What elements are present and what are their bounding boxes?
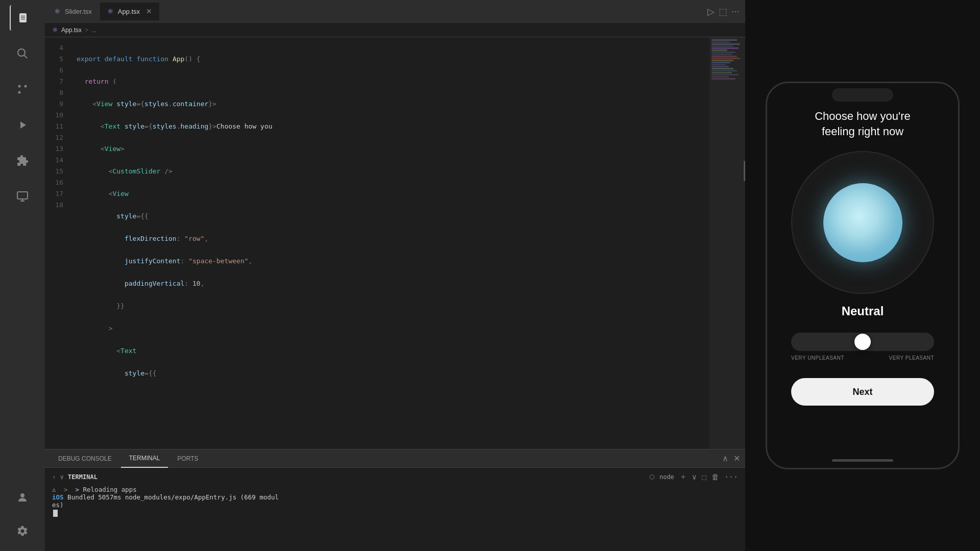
run-debug-icon[interactable] bbox=[10, 112, 35, 138]
panel-close-button[interactable]: ✕ bbox=[733, 454, 740, 463]
extensions-icon[interactable] bbox=[10, 148, 35, 173]
terminal-line3-text: es) bbox=[52, 501, 64, 509]
react-icon: ⚛ bbox=[54, 7, 61, 15]
terminal-label: TERMINAL bbox=[68, 473, 97, 481]
breadcrumb-rest[interactable]: ... bbox=[91, 27, 96, 34]
mood-label: Neutral bbox=[842, 304, 884, 318]
more-actions-button[interactable]: ··· bbox=[731, 6, 739, 17]
bundled-text: Bundled 5057ms node_modules/expo/AppEntr… bbox=[67, 493, 279, 501]
terminal-line-2: iOS Bundled 5057ms node_modules/expo/App… bbox=[52, 493, 738, 501]
minimap bbox=[709, 37, 745, 449]
terminal-expand-icon[interactable]: ∨ bbox=[60, 473, 64, 481]
account-icon[interactable] bbox=[10, 485, 35, 510]
ports-tab[interactable]: PORTS bbox=[169, 449, 206, 468]
terminal-tab[interactable]: TERMINAL bbox=[121, 449, 168, 468]
tab-label: Slider.tsx bbox=[65, 8, 92, 15]
remote-icon[interactable] bbox=[10, 184, 35, 209]
panel-collapse-button[interactable]: ∧ bbox=[722, 454, 728, 463]
terminal-shell-name: node bbox=[659, 473, 674, 481]
tab-label-active: App.tsx bbox=[118, 8, 140, 15]
terminal-down-icon[interactable]: ∨ bbox=[692, 472, 697, 482]
tab-actions: ▷ ⬚ ··· bbox=[707, 6, 743, 17]
slider-track[interactable] bbox=[791, 333, 934, 351]
panel-tab-actions: ∧ ✕ bbox=[722, 454, 740, 463]
tab-bar: ⚛ Slider.tsx ⚛ App.tsx ✕ ▷ ⬚ ··· bbox=[45, 0, 745, 23]
phone-area: Choose how you'refeeling right now Neutr… bbox=[745, 0, 980, 551]
kill-terminal-button[interactable]: 🗑 bbox=[712, 472, 719, 482]
search-icon[interactable] bbox=[10, 41, 35, 66]
phone-frame: Choose how you'refeeling right now Neutr… bbox=[766, 82, 960, 469]
terminal-shell-label: ⬡ bbox=[649, 473, 654, 481]
split-terminal-button[interactable]: ⬚ bbox=[702, 472, 706, 482]
phone-home-indicator bbox=[832, 459, 893, 462]
slider-label-right: VERY PLEASANT bbox=[889, 355, 934, 361]
phone-notch bbox=[832, 88, 893, 102]
split-editor-button[interactable]: ⬚ bbox=[719, 6, 727, 17]
terminal-header: › ∨ TERMINAL ⬡ node ＋ ∨ ⬚ 🗑 ··· bbox=[52, 472, 738, 482]
svg-line-1 bbox=[24, 56, 28, 59]
mood-circle-container bbox=[791, 151, 934, 294]
phone-heading: Choose how you'refeeling right now bbox=[815, 109, 911, 139]
files-icon[interactable] bbox=[10, 5, 35, 31]
add-terminal-button[interactable]: ＋ bbox=[679, 472, 687, 482]
debug-console-tab[interactable]: DEBUG CONSOLE bbox=[50, 449, 120, 468]
ios-label: iOS bbox=[52, 493, 64, 501]
source-control-icon[interactable] bbox=[10, 77, 35, 102]
terminal-cursor-line bbox=[52, 509, 738, 517]
run-button[interactable]: ▷ bbox=[707, 6, 715, 17]
breadcrumb-file[interactable]: App.tsx bbox=[61, 27, 82, 34]
svg-point-2 bbox=[18, 85, 21, 88]
react-breadcrumb-icon: ⚛ bbox=[52, 26, 58, 34]
svg-point-6 bbox=[20, 493, 24, 497]
slider-labels: VERY UNPLEASANT VERY PLEASANT bbox=[791, 355, 934, 361]
breadcrumb: ⚛ App.tsx > ... bbox=[45, 23, 745, 37]
svg-rect-5 bbox=[17, 192, 28, 199]
terminal-prompt: > bbox=[64, 486, 68, 493]
terminal-line-1: ⚠ > > Reloading apps bbox=[52, 486, 738, 493]
terminal-content[interactable]: › ∨ TERMINAL ⬡ node ＋ ∨ ⬚ 🗑 ··· ⚠ bbox=[45, 468, 745, 551]
tab-app-tsx[interactable]: ⚛ App.tsx ✕ bbox=[100, 3, 159, 20]
breadcrumb-sep: > bbox=[85, 27, 88, 34]
editor-area: ⚛ Slider.tsx ⚛ App.tsx ✕ ▷ ⬚ ··· ⚛ App.t… bbox=[45, 0, 745, 551]
next-button[interactable]: Next bbox=[791, 378, 934, 406]
settings-icon[interactable] bbox=[10, 518, 35, 544]
terminal-line-3: es) bbox=[52, 501, 738, 509]
svg-point-3 bbox=[18, 91, 21, 94]
tab-slider-tsx[interactable]: ⚛ Slider.tsx bbox=[47, 3, 99, 20]
line-numbers: 4 5 6 7 8 9 10 11 12 13 14 15 16 17 18 bbox=[45, 37, 69, 449]
react-icon-active: ⚛ bbox=[107, 7, 114, 15]
terminal-cursor bbox=[53, 510, 58, 517]
terminal-chevron[interactable]: › bbox=[52, 473, 56, 481]
bottom-panel: DEBUG CONSOLE TERMINAL PORTS ∧ ✕ › ∨ TER… bbox=[45, 449, 745, 551]
terminal-more-button[interactable]: ··· bbox=[724, 472, 738, 482]
panel-tabs: DEBUG CONSOLE TERMINAL PORTS ∧ ✕ bbox=[45, 449, 745, 468]
terminal-line1-text: > Reloading apps bbox=[75, 486, 136, 493]
warning-icon: ⚠ bbox=[52, 486, 56, 493]
terminal-actions: ⬡ node ＋ ∨ ⬚ 🗑 ··· bbox=[649, 472, 738, 482]
mood-slider-container[interactable]: VERY UNPLEASANT VERY PLEASANT bbox=[791, 333, 934, 361]
svg-point-4 bbox=[24, 85, 27, 88]
tab-close-button[interactable]: ✕ bbox=[146, 7, 152, 15]
svg-point-0 bbox=[18, 49, 25, 56]
activity-bar bbox=[0, 0, 45, 551]
code-content[interactable]: export default function App() { return (… bbox=[69, 37, 709, 449]
next-button-label: Next bbox=[852, 387, 872, 397]
mood-circle bbox=[823, 183, 902, 262]
code-editor: 4 5 6 7 8 9 10 11 12 13 14 15 16 17 18 e… bbox=[45, 37, 745, 449]
slider-thumb[interactable] bbox=[854, 334, 871, 350]
slider-label-left: VERY UNPLEASANT bbox=[791, 355, 844, 361]
